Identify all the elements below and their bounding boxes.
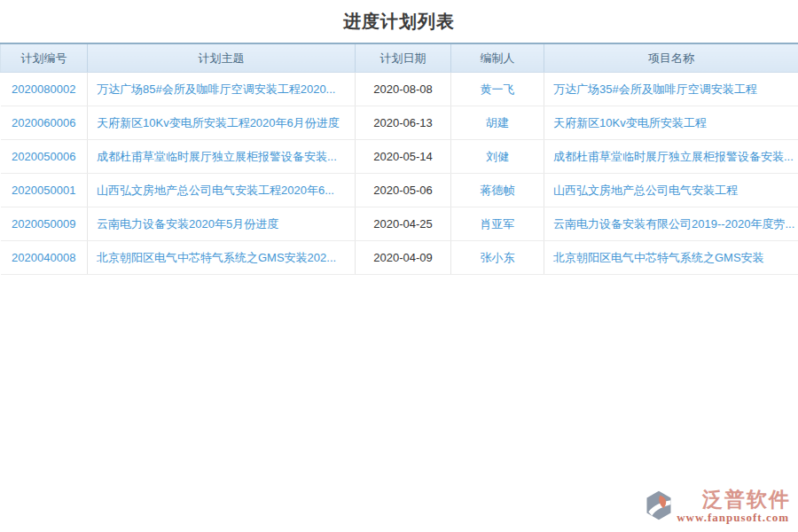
plan-subject-link[interactable]: 云南电力设备安装2020年5月份进度 — [88, 207, 356, 241]
plan-no-link[interactable]: 2020050009 — [1, 207, 88, 241]
plan-no-link[interactable]: 2020050006 — [1, 140, 88, 174]
project-name-link[interactable]: 成都杜甫草堂临时展厅独立展柜报警设备安装... — [544, 140, 798, 174]
plan-no-link[interactable]: 2020060006 — [1, 106, 88, 140]
plan-subject-link[interactable]: 天府新区10Kv变电所安装工程2020年6月份进度 — [88, 106, 356, 140]
plan-date: 2020-05-06 — [356, 174, 451, 207]
plan-subject-link[interactable]: 成都杜甫草堂临时展厅独立展柜报警设备安装... — [88, 140, 356, 174]
project-name-link[interactable]: 山西弘文房地产总公司电气安装工程 — [544, 174, 798, 207]
fanpu-logo-icon — [643, 489, 675, 525]
author-link[interactable]: 肖亚军 — [451, 207, 544, 241]
project-name-link[interactable]: 天府新区10Kv变电所安装工程 — [544, 106, 798, 140]
author-link[interactable]: 黄一飞 — [451, 73, 544, 106]
table-body: 2020080002 万达广场85#会所及咖啡厅空调安装工程2020... 20… — [1, 73, 798, 275]
plan-subject-link[interactable]: 北京朝阳区电气中芯特气系统之GMS安装202... — [88, 241, 356, 275]
vendor-url: www.fanpusoft.com — [677, 511, 789, 525]
author-link[interactable]: 张小东 — [451, 241, 544, 275]
plan-no-link[interactable]: 2020050001 — [1, 174, 88, 207]
table-header-row: 计划编号 计划主题 计划日期 编制人 项目名称 — [1, 43, 798, 73]
plan-no-link[interactable]: 2020040008 — [1, 241, 88, 275]
author-link[interactable]: 刘健 — [451, 140, 544, 174]
table-row: 2020040008 北京朝阳区电气中芯特气系统之GMS安装202... 202… — [1, 241, 798, 275]
vendor-brand-name: 泛普软件 — [702, 488, 791, 511]
plan-date: 2020-06-13 — [356, 106, 451, 140]
table-row: 2020060006 天府新区10Kv变电所安装工程2020年6月份进度 202… — [1, 106, 798, 140]
column-header-date: 计划日期 — [356, 43, 451, 73]
plan-subject-link[interactable]: 山西弘文房地产总公司电气安装工程2020年6... — [88, 174, 356, 207]
author-link[interactable]: 蒋德帧 — [451, 174, 544, 207]
plan-date: 2020-04-09 — [356, 241, 451, 275]
plan-no-link[interactable]: 2020080002 — [1, 73, 88, 106]
project-name-link[interactable]: 云南电力设备安装有限公司2019--2020年度劳... — [544, 207, 798, 241]
column-header-plan-no: 计划编号 — [1, 43, 88, 73]
plan-date: 2020-05-14 — [356, 140, 451, 174]
progress-plan-table: 计划编号 计划主题 计划日期 编制人 项目名称 2020080002 万达广场8… — [0, 43, 798, 275]
column-header-author: 编制人 — [451, 43, 544, 73]
column-header-subject: 计划主题 — [88, 43, 356, 73]
plan-date: 2020-04-25 — [356, 207, 451, 241]
table-row: 2020050006 成都杜甫草堂临时展厅独立展柜报警设备安装... 2020-… — [1, 140, 798, 174]
page-title: 进度计划列表 — [0, 0, 798, 43]
project-name-link[interactable]: 北京朝阳区电气中芯特气系统之GMS安装 — [544, 241, 798, 275]
table-row: 2020080002 万达广场85#会所及咖啡厅空调安装工程2020... 20… — [1, 73, 798, 106]
vendor-watermark: 泛普软件 www.fanpusoft.com — [643, 488, 791, 525]
project-name-link[interactable]: 万达广场35#会所及咖啡厅空调安装工程 — [544, 73, 798, 106]
plan-date: 2020-08-08 — [356, 73, 451, 106]
author-link[interactable]: 胡建 — [451, 106, 544, 140]
plan-subject-link[interactable]: 万达广场85#会所及咖啡厅空调安装工程2020... — [88, 73, 356, 106]
table-row: 2020050001 山西弘文房地产总公司电气安装工程2020年6... 202… — [1, 174, 798, 207]
column-header-project: 项目名称 — [544, 43, 798, 73]
table-row: 2020050009 云南电力设备安装2020年5月份进度 2020-04-25… — [1, 207, 798, 241]
